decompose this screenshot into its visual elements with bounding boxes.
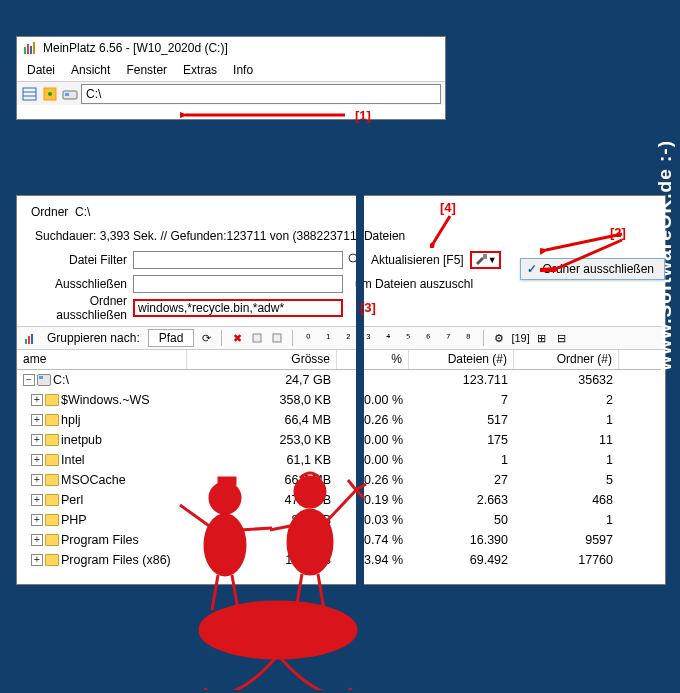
h4-icon[interactable]: ⁴ [380, 330, 396, 346]
group-value[interactable]: Pfad [148, 329, 195, 347]
refresh-icon[interactable]: ⟳ [198, 330, 214, 346]
row-name: C:\ [53, 373, 69, 387]
menu-ansicht[interactable]: Ansicht [71, 63, 110, 77]
h2-icon[interactable]: ² [340, 330, 356, 346]
cell-folders: 1 [514, 513, 619, 527]
folder-value: C:\ [75, 205, 90, 219]
grouping-toolbar: Gruppieren nach: Pfad ⟳ ✖ ⁰ ¹ ² ³ ⁴ ⁵ ⁶ … [17, 326, 665, 350]
folder-label: Ordner [31, 205, 68, 219]
svg-point-23 [200, 602, 356, 658]
cell-files: 175 [409, 433, 514, 447]
exclude-input[interactable] [133, 275, 343, 293]
svg-rect-0 [24, 47, 26, 54]
path-value: C:\ [86, 87, 101, 101]
path-input[interactable]: C:\ [81, 84, 441, 104]
expand-icon[interactable]: + [31, 494, 43, 506]
cell-size: 8,4 MB [187, 513, 337, 527]
svg-rect-15 [28, 336, 30, 344]
menu-datei[interactable]: Datei [27, 63, 55, 77]
cell-folders: 2 [514, 393, 619, 407]
h0-icon[interactable]: ⁰ [300, 330, 316, 346]
expand-icon[interactable]: + [31, 414, 43, 426]
tool2-icon[interactable]: ⊞ [534, 330, 550, 346]
cell-pct: 0.03 % [337, 513, 409, 527]
action-icon[interactable] [249, 330, 265, 346]
folder-icon [45, 554, 59, 566]
svg-line-22 [434, 216, 450, 242]
col-name[interactable]: ame [17, 350, 187, 369]
folder-icon [45, 414, 59, 426]
col-folders[interactable]: Ordner (#) [514, 350, 619, 369]
col-files[interactable]: Dateien (#) [409, 350, 514, 369]
tool-icon[interactable]: ⚙ [491, 330, 507, 346]
options-button[interactable]: ▼ [470, 251, 501, 269]
expand-icon[interactable]: + [31, 394, 43, 406]
expand-icon[interactable]: + [31, 454, 43, 466]
cell-files: 123.711 [409, 373, 514, 387]
chart-icon[interactable] [23, 330, 39, 346]
col-size[interactable]: Grösse [187, 350, 337, 369]
table-row[interactable]: +Intel61,1 KB0.00 %11 [17, 450, 665, 470]
h8-icon[interactable]: ⁸ [460, 330, 476, 346]
expand-icon[interactable]: + [31, 554, 43, 566]
table-row[interactable]: +PHP8,4 MB0.03 %501 [17, 510, 665, 530]
table-row[interactable]: +Program Files2,6 GB10.74 %16.3909597 [17, 530, 665, 550]
cell-pct: 0.00 % [337, 453, 409, 467]
file-filter-input[interactable] [133, 251, 343, 269]
cell-size: 47,6 MB [187, 493, 337, 507]
svg-rect-1 [27, 44, 29, 54]
table-row[interactable]: +Program Files (x86)15,8 GB63.94 %69.492… [17, 550, 665, 570]
cell-files: 7 [409, 393, 514, 407]
table-row[interactable]: +$Windows.~WS358,0 KB0.00 %72 [17, 390, 665, 410]
cell-folders: 11 [514, 433, 619, 447]
cell-folders: 9597 [514, 533, 619, 547]
expand-icon[interactable]: + [31, 514, 43, 526]
row-name: PHP [61, 513, 87, 527]
check-icon: ✓ [527, 262, 537, 276]
view-tree-icon[interactable] [41, 85, 59, 103]
annotation-2: [2] [610, 225, 626, 240]
h6-icon[interactable]: ⁶ [420, 330, 436, 346]
expand-icon[interactable]: + [31, 534, 43, 546]
action2-icon[interactable] [269, 330, 285, 346]
cell-size: 358,0 KB [187, 393, 337, 407]
svg-point-8 [48, 92, 52, 96]
expand-icon[interactable]: + [31, 474, 43, 486]
col-pct[interactable]: % [337, 350, 409, 369]
svg-rect-14 [25, 339, 27, 344]
menu-info[interactable]: Info [233, 63, 253, 77]
cell-size: 24,7 GB [187, 373, 337, 387]
collapse-icon[interactable]: − [23, 374, 35, 386]
table-row[interactable]: +MSOCache66,5 MB0.26 %275 [17, 470, 665, 490]
view-list-icon[interactable] [21, 85, 39, 103]
h5-icon[interactable]: ⁵ [400, 330, 416, 346]
h1-icon[interactable]: ¹ [320, 330, 336, 346]
watermark: www.SoftwareOK.de :-) [654, 140, 676, 370]
row-name: inetpub [61, 433, 102, 447]
item-count: [19] [511, 332, 529, 344]
cell-folders: 17760 [514, 553, 619, 567]
menu-fenster[interactable]: Fenster [126, 63, 167, 77]
exclude-folder-input[interactable] [133, 299, 343, 317]
row-name: MSOCache [61, 473, 126, 487]
cell-folders: 468 [514, 493, 619, 507]
tool3-icon[interactable]: ⊟ [554, 330, 570, 346]
search-status: Suchdauer: 3,393 Sek. // Gefunden:123711… [25, 229, 405, 243]
delete-icon[interactable]: ✖ [229, 330, 245, 346]
titlebar: MeinPlatz 6.56 - [W10_2020d (C:)] [17, 37, 445, 59]
cell-files: 50 [409, 513, 514, 527]
h7-icon[interactable]: ⁷ [440, 330, 456, 346]
drive-icon[interactable] [61, 85, 79, 103]
cell-pct: 0.00 % [337, 393, 409, 407]
table-row[interactable]: +Perl47,6 MB0.19 %2.663468 [17, 490, 665, 510]
menu-extras[interactable]: Extras [183, 63, 217, 77]
cell-pct: 0.26 % [337, 413, 409, 427]
table-row[interactable]: +inetpub253,0 KB0.00 %17511 [17, 430, 665, 450]
svg-rect-18 [273, 334, 281, 342]
table-row[interactable]: −C:\24,7 GB123.71135632 [17, 370, 665, 390]
table-row[interactable]: +hplj66,4 MB0.26 %5171 [17, 410, 665, 430]
expand-icon[interactable]: + [31, 434, 43, 446]
refresh-link[interactable]: Aktualisieren [F5] [367, 253, 464, 267]
cell-pct: 0.19 % [337, 493, 409, 507]
cell-files: 69.492 [409, 553, 514, 567]
